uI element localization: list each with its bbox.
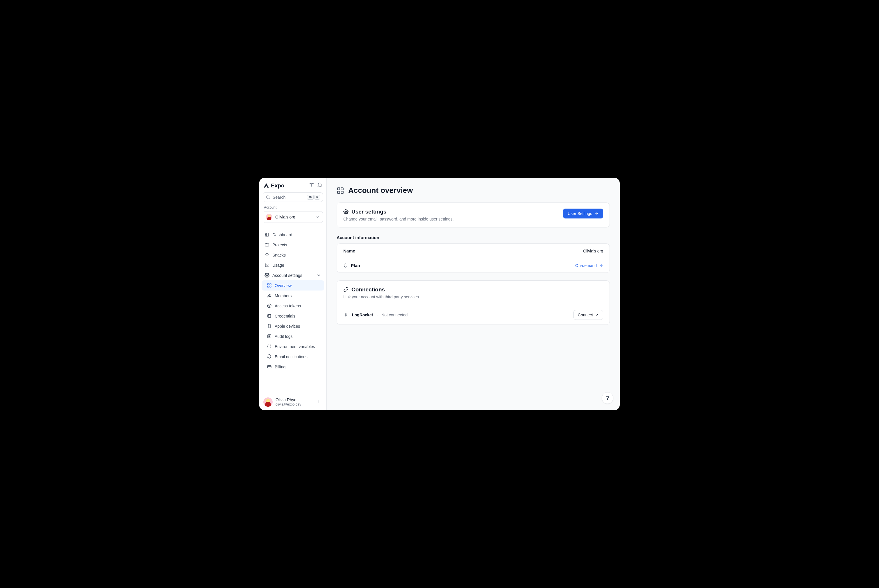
info-label-text: Plan — [351, 263, 360, 268]
user-settings-button[interactable]: User Settings — [563, 208, 603, 219]
search-input[interactable]: Search ⌘ K — [263, 192, 323, 202]
nav-sub-overview[interactable]: Overview — [261, 280, 324, 291]
svg-point-16 — [319, 401, 319, 402]
chevron-down-icon — [316, 215, 320, 219]
nav-account-settings[interactable]: Account settings — [261, 270, 324, 280]
credit-card-icon — [267, 364, 272, 369]
info-label: Name — [343, 248, 355, 254]
nav-label: Members — [275, 293, 291, 298]
account-section-label: Account — [263, 202, 323, 211]
nav-usage[interactable]: Usage — [261, 260, 324, 270]
help-button[interactable]: ? — [602, 392, 613, 404]
nav-sub-env-vars[interactable]: Environment variables — [261, 341, 324, 351]
card-title: User settings — [352, 208, 386, 215]
grid-icon — [267, 283, 272, 288]
nav-label: Account settings — [272, 273, 302, 278]
nav-sub-apple-devices[interactable]: Apple devices — [261, 321, 324, 331]
user-avatar[interactable] — [263, 398, 273, 407]
svg-rect-5 — [267, 286, 269, 287]
badge-icon — [267, 314, 272, 318]
nav-sub-access-tokens[interactable]: Access tokens — [261, 301, 324, 311]
svg-rect-3 — [267, 284, 269, 285]
nav-label: Environment variables — [275, 344, 315, 349]
nav-label: Dashboard — [272, 232, 292, 237]
org-avatar — [266, 214, 272, 220]
nav-label: Apple devices — [275, 324, 300, 328]
arrow-right-icon — [594, 212, 598, 216]
account-info-heading: Account information — [337, 235, 610, 240]
chevron-down-icon — [316, 273, 321, 278]
user-name: Olivia Rhye — [276, 398, 313, 403]
svg-point-7 — [268, 294, 270, 296]
svg-point-22 — [345, 211, 347, 213]
nav-dashboard[interactable]: Dashboard — [261, 230, 324, 240]
dashboard-icon — [264, 232, 269, 237]
phone-icon — [267, 324, 272, 328]
nav-sub-credentials[interactable]: Credentials — [261, 311, 324, 321]
nav-label: Snacks — [272, 253, 286, 257]
brand-name: Expo — [271, 183, 284, 189]
svg-rect-14 — [267, 366, 271, 368]
user-email: olivia@expo.dev — [276, 402, 313, 407]
search-icon — [266, 195, 270, 200]
kbd-cmd: ⌘ — [307, 195, 314, 200]
token-icon — [267, 303, 272, 308]
users-icon — [267, 293, 272, 298]
main-content: Account overview User settings Change yo… — [327, 178, 620, 410]
nav-sub-billing[interactable]: Billing — [261, 362, 324, 372]
nav-snacks[interactable]: Snacks — [261, 250, 324, 260]
nav-label: Overview — [275, 283, 291, 288]
svg-point-0 — [266, 195, 269, 198]
list-icon — [267, 334, 272, 339]
arrow-right-icon — [599, 264, 603, 268]
svg-point-9 — [269, 305, 270, 306]
dash: - — [376, 313, 378, 317]
notifications-icon[interactable] — [317, 183, 322, 189]
nav: Dashboard Projects Snacks Usage Account … — [259, 227, 326, 394]
org-name: Olivia's org — [275, 215, 313, 219]
snacks-icon — [264, 252, 269, 257]
nav-label: Email notifications — [275, 354, 308, 359]
dots-vertical-icon — [317, 399, 321, 404]
svg-point-17 — [319, 402, 319, 403]
brand-logo[interactable]: Expo — [263, 183, 284, 189]
svg-point-11 — [268, 315, 269, 316]
connect-button[interactable]: Connect — [574, 310, 603, 320]
svg-rect-4 — [270, 284, 271, 285]
nav-label: Usage — [272, 263, 284, 268]
plan-link[interactable]: On-demand — [575, 263, 603, 268]
account-info-card: Name Olivia's org Plan On-demand — [337, 243, 610, 273]
nav-sub-members[interactable]: Members — [261, 291, 324, 301]
grid-icon — [337, 187, 344, 194]
svg-rect-6 — [270, 286, 271, 287]
user-menu-button[interactable] — [316, 398, 322, 406]
svg-point-15 — [319, 400, 319, 400]
connection-status: Not connected — [382, 313, 407, 317]
folder-icon — [264, 242, 269, 247]
link-icon — [343, 287, 349, 292]
nav-sub-email-notifications[interactable]: Email notifications — [261, 351, 324, 362]
nav-projects[interactable]: Projects — [261, 240, 324, 250]
card-subtitle: Change your email, password, and more in… — [343, 217, 558, 221]
svg-rect-20 — [338, 191, 340, 194]
plan-value: On-demand — [575, 263, 597, 268]
chart-icon — [264, 262, 269, 268]
nav-label: Credentials — [275, 314, 295, 318]
info-row-plan: Plan On-demand — [337, 258, 610, 273]
nav-sub-audit-logs[interactable]: Audit logs — [261, 331, 324, 341]
svg-rect-18 — [338, 188, 340, 190]
expo-logo-icon — [263, 183, 269, 189]
svg-rect-21 — [341, 191, 343, 194]
connection-name: LogRocket — [352, 313, 373, 317]
org-selector[interactable]: Olivia's org — [263, 211, 323, 223]
docs-icon[interactable] — [309, 183, 314, 189]
nav-label: Billing — [275, 364, 285, 369]
connection-row-logrocket: LogRocket - Not connected Connect — [337, 305, 610, 324]
bell-icon — [267, 354, 272, 359]
nav-label: Access tokens — [275, 304, 301, 308]
search-placeholder: Search — [273, 195, 305, 200]
external-link-icon — [595, 313, 599, 316]
svg-point-8 — [267, 304, 271, 308]
connections-card: Connections Link your account with third… — [337, 280, 610, 325]
card-title: Connections — [352, 286, 385, 293]
